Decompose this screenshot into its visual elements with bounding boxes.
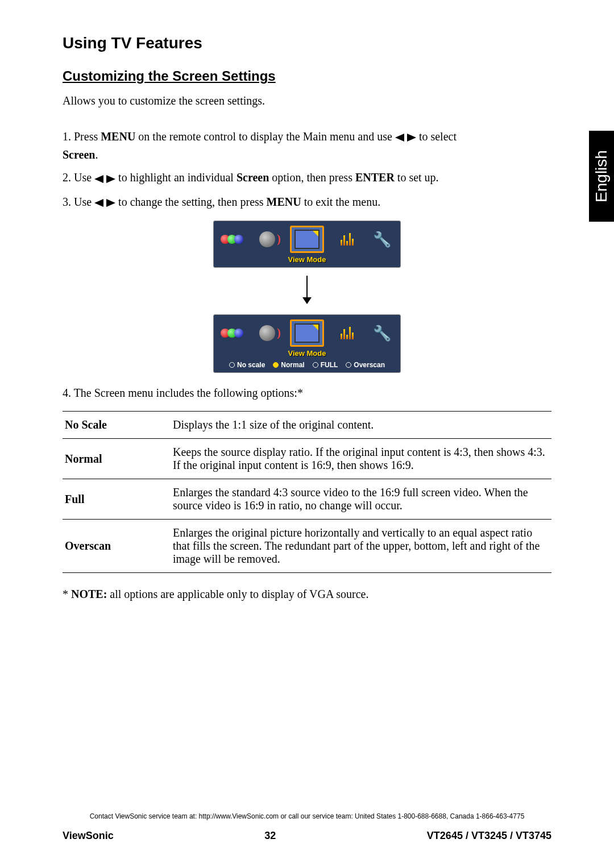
left-arrow-icon bbox=[395, 129, 404, 146]
option-label: No scale bbox=[237, 361, 265, 369]
right-arrow-icon bbox=[407, 129, 416, 146]
table-row: Overscan Enlarges the original picture h… bbox=[63, 520, 551, 573]
svg-marker-0 bbox=[395, 134, 404, 142]
option-desc: Displays the 1:1 size of the original co… bbox=[171, 412, 551, 439]
footer-contact: Contact ViewSonic service team at: http:… bbox=[0, 812, 614, 820]
menu-label: View Mode bbox=[288, 255, 326, 264]
screen-icon-selected bbox=[290, 226, 324, 253]
down-arrow-icon bbox=[300, 276, 314, 306]
menu-icons-row: 🔧 bbox=[219, 319, 395, 347]
option-name: Full bbox=[63, 479, 171, 520]
menu-illustration: 🔧 View Mode 🔧 View Mode No scale Normal … bbox=[63, 221, 551, 373]
step-text: 3. Use bbox=[63, 196, 94, 208]
menu-label: View Mode bbox=[288, 349, 326, 358]
table-row: Full Enlarges the standard 4:3 source vi… bbox=[63, 479, 551, 520]
menu-bar-top: 🔧 View Mode bbox=[213, 221, 401, 268]
step-1: 1. Press MENU on the remote control to d… bbox=[63, 128, 551, 163]
setup-icon bbox=[334, 227, 359, 252]
screen-keyword: Screen bbox=[63, 148, 95, 161]
menu-icons-row: 🔧 bbox=[219, 226, 395, 253]
step-2: 2. Use to highlight an individual Screen… bbox=[63, 169, 551, 187]
note-bold: NOTE: bbox=[71, 588, 107, 600]
setup-icon bbox=[334, 321, 359, 346]
tools-icon: 🔧 bbox=[370, 321, 395, 346]
option-full: FULL bbox=[313, 361, 338, 369]
option-label: Overscan bbox=[354, 361, 385, 369]
table-row: No Scale Displays the 1:1 size of the or… bbox=[63, 412, 551, 439]
option-normal: Normal bbox=[273, 361, 304, 369]
svg-marker-5 bbox=[106, 199, 115, 207]
view-mode-options: No scale Normal FULL Overscan bbox=[229, 361, 385, 369]
menu-keyword: MENU bbox=[267, 196, 301, 208]
svg-marker-7 bbox=[302, 297, 312, 304]
screen-keyword: Screen bbox=[237, 171, 269, 184]
step-text: to exit the menu. bbox=[301, 196, 380, 208]
enter-keyword: ENTER bbox=[355, 171, 395, 184]
subsection-title: Customizing the Screen Settings bbox=[63, 68, 551, 84]
footer-brand: ViewSonic bbox=[63, 830, 114, 842]
svg-marker-1 bbox=[407, 134, 416, 142]
option-name: No Scale bbox=[63, 412, 171, 439]
picture-icon bbox=[219, 227, 244, 252]
option-desc: Keeps the source display ratio. If the o… bbox=[171, 439, 551, 479]
footer-page: 32 bbox=[264, 830, 276, 842]
option-name: Overscan bbox=[63, 520, 171, 573]
step-3: 3. Use to change the setting, then press… bbox=[63, 193, 551, 211]
step-list: 1. Press MENU on the remote control to d… bbox=[63, 128, 551, 211]
note-prefix: * bbox=[63, 588, 71, 600]
step-text: . bbox=[95, 148, 98, 161]
step-text: 1. Press bbox=[63, 130, 101, 143]
menu-keyword: MENU bbox=[101, 130, 135, 143]
tools-icon: 🔧 bbox=[370, 227, 395, 252]
option-label: FULL bbox=[321, 361, 338, 369]
footer: ViewSonic 32 VT2645 / VT3245 / VT3745 bbox=[63, 830, 551, 842]
left-arrow-icon bbox=[94, 171, 103, 188]
step-text: to select bbox=[419, 130, 457, 143]
picture-icon bbox=[219, 321, 244, 346]
step-text: on the remote control to display the Mai… bbox=[135, 130, 395, 143]
step-4: 4. The Screen menu includes the followin… bbox=[63, 387, 551, 400]
option-desc: Enlarges the standard 4:3 source video t… bbox=[171, 479, 551, 520]
right-arrow-icon bbox=[106, 171, 115, 188]
menu-bar-bottom: 🔧 View Mode No scale Normal FULL Oversca… bbox=[213, 314, 401, 373]
note-text: all options are applicable only to displ… bbox=[107, 588, 368, 600]
option-overscan: Overscan bbox=[346, 361, 385, 369]
screen-icon-selected bbox=[290, 319, 324, 347]
audio-icon bbox=[255, 321, 280, 346]
right-arrow-icon bbox=[106, 194, 115, 211]
intro-text: Allows you to customize the screen setti… bbox=[63, 94, 551, 107]
options-table: No Scale Displays the 1:1 size of the or… bbox=[63, 411, 551, 573]
footer-models: VT2645 / VT3245 / VT3745 bbox=[427, 830, 551, 842]
left-arrow-icon bbox=[94, 194, 103, 211]
audio-icon bbox=[255, 227, 280, 252]
option-desc: Enlarges the original picture horizontal… bbox=[171, 520, 551, 573]
option-name: Normal bbox=[63, 439, 171, 479]
svg-marker-3 bbox=[106, 175, 115, 183]
svg-marker-2 bbox=[94, 175, 103, 183]
table-row: Normal Keeps the source display ratio. I… bbox=[63, 439, 551, 479]
section-title: Using TV Features bbox=[63, 34, 551, 52]
svg-marker-4 bbox=[94, 199, 103, 207]
option-label: Normal bbox=[281, 361, 304, 369]
step-text: to change the setting, then press bbox=[118, 196, 267, 208]
step-text: option, then press bbox=[269, 171, 355, 184]
page-content: Using TV Features Customizing the Screen… bbox=[0, 0, 614, 601]
note: * NOTE: all options are applicable only … bbox=[63, 588, 551, 601]
step-text: to set up. bbox=[395, 171, 439, 184]
step-text: to highlight an individual bbox=[118, 171, 237, 184]
step-text: 2. Use bbox=[63, 171, 94, 184]
option-no-scale: No scale bbox=[229, 361, 265, 369]
